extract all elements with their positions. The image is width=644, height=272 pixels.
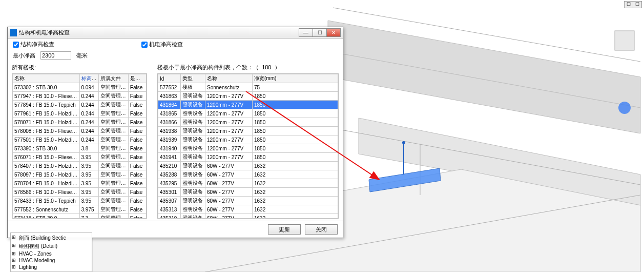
svg-rect-12 — [615, 31, 634, 50]
restore-icon[interactable]: ☐ — [624, 1, 633, 8]
table-row[interactable]: 578586 : FB 10.0 - Fliesen 15 x 153.95空间… — [13, 188, 147, 197]
table-row[interactable]: 577961 : FB 15.0 - Holzdielen0.244空间管理.r… — [13, 109, 147, 118]
table-row[interactable]: 435210照明设备60W - 277V1632 — [158, 162, 338, 170]
tree-item[interactable]: HVAC - Zones — [12, 250, 91, 257]
table-row[interactable]: 435319照明设备60W - 277V1632 — [158, 214, 338, 219]
tree-item[interactable]: 剖面 (Building Sectic — [12, 234, 91, 242]
table-row[interactable]: 431863照明设备1200mm - 277V1850 — [158, 92, 338, 101]
col-header[interactable]: 标高(m) — [79, 74, 98, 83]
table-row[interactable]: 573302 : STB 30.00.094空间管理.rvtFalse — [13, 83, 147, 92]
maximize-button[interactable]: ☐ — [313, 28, 327, 37]
left-caption: 所有楼板: — [12, 63, 147, 73]
table-row[interactable]: 577552 : Sonnenschutz3.975空间管理.rvtFalse — [13, 205, 147, 214]
table-row[interactable]: 578704 : FB 15.0 - Holzdielen3.95空间管理.rv… — [13, 179, 147, 188]
table-row[interactable]: 431864照明设备1200mm - 277V1850 — [158, 101, 338, 109]
table-row[interactable]: 577501 : FB 15.0 - Holzdielen0.244空间管理.r… — [13, 135, 147, 144]
min-clearance-input[interactable] — [40, 51, 71, 60]
table-row[interactable]: 576071 : FB 15.0 - Fliesen 50 x 503.95空间… — [13, 153, 147, 162]
table-row[interactable]: 431866照明设备1200mm - 277V1850 — [158, 118, 338, 127]
table-row[interactable]: 577894 : FB 15.0 - Teppich0.244空间管理.rvtF… — [13, 101, 147, 109]
app-icon — [10, 29, 17, 36]
tree-item[interactable]: 绘图视图 (Detail) — [12, 242, 91, 250]
dialog-titlebar[interactable]: 结构和机电净高检查 — ☐ ✕ — [8, 27, 343, 38]
minimize-button[interactable]: — — [299, 28, 313, 37]
table-row[interactable]: 431941照明设备1200mm - 277V1850 — [158, 153, 338, 162]
dialog-title: 结构和机电净高检查 — [19, 29, 70, 36]
max-icon[interactable]: ☐ — [633, 1, 642, 8]
window-controls: ☐ ☐ — [625, 1, 642, 8]
table-row[interactable]: 431940照明设备1200mm - 277V1850 — [158, 144, 338, 153]
close-dialog-button[interactable]: 关闭 — [305, 224, 338, 235]
right-caption: 楼板小于最小净高的构件列表，个数：（ 180 ） — [157, 63, 339, 73]
table-row[interactable]: 577947 : FB 10.0 - Fliesen 15 x 150.244空… — [13, 92, 147, 101]
col-header[interactable]: 所属文件 — [98, 74, 128, 83]
table-row[interactable]: 435288照明设备60W - 277V1632 — [158, 170, 338, 179]
table-row[interactable]: 578008 : FB 15.0 - Fliesen 50 x 500.244空… — [13, 127, 147, 135]
table-row[interactable]: 435307照明设备60W - 277V1632 — [158, 197, 338, 205]
table-row[interactable]: 573390 : STB 30.03.8空间管理.rvtFalse — [13, 144, 147, 153]
table-row[interactable]: 578433 : FB 15.0 - Teppich3.95空间管理.rvtFa… — [13, 197, 147, 205]
table-row[interactable]: 578071 : FB 15.0 - Holzdielen0.244空间管理.r… — [13, 118, 147, 127]
col-header[interactable]: 名称 — [13, 74, 80, 83]
table-row[interactable]: 431865照明设备1200mm - 277V1850 — [158, 109, 338, 118]
project-browser[interactable]: 剖面 (Building Sectic 绘图视图 (Detail) HVAC -… — [10, 232, 92, 272]
table-row[interactable]: 577552楼板Sonnenschutz75 — [158, 83, 338, 92]
components-table[interactable]: Id类型名称净宽(mm) 577552楼板Sonnenschutz7543186… — [158, 74, 338, 219]
table-row[interactable]: 431938照明设备1200mm - 277V1850 — [158, 127, 338, 135]
table-row[interactable]: 573418 : STB 30.07.3空间管理.rvtFalse — [13, 214, 147, 219]
col-header[interactable]: 是否结构 — [128, 74, 146, 83]
table-row[interactable]: 435301照明设备60W - 277V1632 — [158, 188, 338, 197]
table-row[interactable]: 435313照明设备60W - 277V1632 — [158, 205, 338, 214]
left-table-scroll[interactable]: 名称标高(m)所属文件是否结构 573302 : STB 30.00.094空间… — [12, 73, 147, 219]
svg-point-11 — [402, 141, 405, 144]
col-header[interactable]: 净宽(mm) — [253, 74, 338, 83]
structural-check[interactable]: 结构净高检查 — [13, 41, 54, 48]
close-button[interactable]: ✕ — [326, 28, 341, 37]
tree-item[interactable]: Lighting — [12, 264, 91, 270]
min-clearance-label: 最小净高 — [13, 52, 35, 60]
col-header[interactable]: Id — [158, 74, 181, 83]
table-row[interactable]: 431939照明设备1200mm - 277V1850 — [158, 135, 338, 144]
table-row[interactable]: 578097 : FB 15.0 - Holzdielen3.95空间管理.rv… — [13, 170, 147, 179]
update-button[interactable]: 更新 — [268, 224, 301, 235]
table-row[interactable]: 435295照明设备60W - 277V1632 — [158, 179, 338, 188]
col-header[interactable]: 类型 — [181, 74, 205, 83]
mep-check[interactable]: 机电净高检查 — [141, 41, 183, 48]
unit-label: 毫米 — [76, 52, 88, 60]
tree-item[interactable]: HVAC Modeling — [12, 257, 91, 264]
col-header[interactable]: 名称 — [205, 74, 253, 83]
floors-table[interactable]: 名称标高(m)所属文件是否结构 573302 : STB 30.00.094空间… — [12, 74, 147, 219]
svg-point-13 — [618, 102, 631, 114]
right-table-scroll[interactable]: Id类型名称净宽(mm) 577552楼板Sonnenschutz7543186… — [157, 73, 339, 219]
clearance-check-dialog: 结构和机电净高检查 — ☐ ✕ 结构净高检查 机电净高检查 最小净高 毫米 所有… — [7, 27, 343, 238]
table-row[interactable]: 578407 : FB 15.0 - Holzdielen3.95空间管理.rv… — [13, 162, 147, 170]
